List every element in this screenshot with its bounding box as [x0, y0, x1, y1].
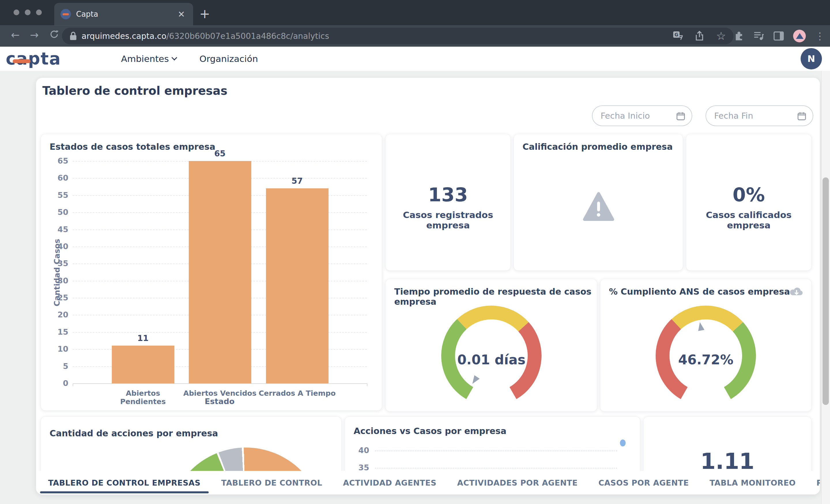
logo-link-bar	[13, 59, 31, 63]
browser-menu-icon[interactable]: ⋮	[815, 30, 825, 42]
chevron-down-icon	[171, 55, 177, 61]
tab-actividades-por-agente[interactable]: ACTIVIDADES POR AGENTE	[457, 471, 578, 495]
site-favicon	[61, 9, 71, 19]
response-time-gauge-card: Tiempo promedio de respuesta de casos em…	[385, 279, 597, 411]
forward-icon[interactable]: →	[30, 29, 39, 41]
side-panel-icon[interactable]	[773, 31, 784, 41]
ans-gauge-card: % Cumpliento ANS de casos empresa 46.72%	[600, 279, 811, 411]
browser-tab[interactable]: Capta ✕	[54, 3, 193, 25]
bar-cerrados-a-tiempo	[266, 188, 328, 383]
lock-icon	[69, 31, 77, 41]
date-end-input[interactable]	[706, 106, 813, 126]
tab-casos-por-agente[interactable]: CASOS POR AGENTE	[598, 471, 689, 495]
bar-chart-ylabel: Cantidad Casos	[53, 227, 61, 319]
kpi-ratio-value: 1.11	[643, 448, 811, 474]
window-minimize-button[interactable]	[25, 9, 31, 15]
scrollbar-thumb[interactable]	[823, 177, 829, 405]
nav-organizacion[interactable]: Organización	[199, 54, 258, 64]
scatter-point	[620, 439, 626, 446]
tab-tablero-de-control[interactable]: TABLERO DE CONTROL	[221, 471, 322, 495]
date-end-field[interactable]	[705, 105, 813, 126]
tab-close-icon[interactable]: ✕	[176, 9, 187, 19]
calendar-icon[interactable]	[797, 111, 806, 121]
actions-pie-title: Cantidad de acciones por empresa	[50, 428, 218, 438]
reload-icon[interactable]	[49, 29, 59, 42]
bar-abiertos-pendientes	[112, 346, 174, 383]
dashboard-panel: Tablero de control empresas Estados de c…	[36, 78, 820, 495]
download-cloud-icon[interactable]	[790, 286, 803, 298]
media-playlist-icon[interactable]	[753, 31, 764, 41]
tab-tablero-de-control-empresas[interactable]: TABLERO DE CONTROL EMPRESAS	[48, 471, 200, 495]
gauge-1-value: 0.01 días	[457, 352, 525, 368]
bottom-tab-bar: TABLERO DE CONTROL EMPRESASTABLERO DE CO…	[36, 471, 820, 495]
gauge-2: 46.72%	[642, 295, 769, 410]
scrollbar-track[interactable]	[821, 71, 830, 504]
page-title: Tablero de control empresas	[42, 84, 227, 97]
address-bar[interactable]: arquimedes.capta.co/6320b60b07e1a5001a48…	[62, 28, 733, 44]
app-header: capta Ambientes Organización N	[0, 47, 830, 71]
kpi-qualified-card: 0% Casos calificados empresa	[686, 134, 811, 271]
kpi-registered-value: 133	[386, 184, 510, 206]
svg-text:G: G	[674, 32, 678, 37]
tab-resumen-global[interactable]: RESUMEN GLOBAL	[817, 471, 820, 495]
gauge-2-value: 46.72%	[678, 352, 733, 368]
url-path: /6320b60b07e1a5001a486c8c/analytics	[166, 31, 329, 41]
extensions-puzzle-icon[interactable]	[734, 31, 744, 41]
tab-tabla-monitoreo[interactable]: TABLA MONITOREO	[709, 471, 796, 495]
user-avatar[interactable]: N	[801, 48, 822, 69]
new-tab-button[interactable]: +	[199, 6, 210, 21]
gauge-needle	[697, 322, 705, 331]
kpi-registered-card: 133 Casos registrados empresa	[385, 134, 511, 271]
tab-actividad-agentes[interactable]: ACTIVIDAD AGENTES	[343, 471, 436, 495]
window-zoom-button[interactable]	[36, 9, 42, 15]
bar-chart-card: Estados de casos totales empresa 0510152…	[41, 134, 382, 411]
gauge-1: 0.01 días	[428, 295, 555, 410]
browser-profile-avatar[interactable]	[793, 30, 806, 42]
date-start-field[interactable]	[592, 105, 692, 126]
back-icon[interactable]: ←	[11, 29, 20, 41]
share-icon[interactable]	[695, 31, 704, 41]
rating-card: Calificación promedio empresa	[514, 134, 683, 271]
bar-abiertos-vencidos	[189, 161, 251, 383]
gauge-needle	[470, 375, 479, 385]
bookmark-star-icon[interactable]: ☆	[716, 30, 726, 42]
bar-chart-xlabel: Estado	[182, 397, 257, 406]
kpi-qualified-label: Casos calificados empresa	[686, 210, 811, 230]
nav-ambientes[interactable]: Ambientes	[121, 54, 177, 64]
browser-tab-title: Capta	[76, 10, 176, 19]
url-domain: arquimedes.capta.co	[82, 31, 166, 41]
browser-tabstrip: Capta ✕ +	[0, 0, 830, 25]
calendar-icon[interactable]	[676, 111, 685, 121]
main-content: Tablero de control empresas Estados de c…	[0, 71, 830, 504]
bar-plot: 0510152025303540455055606511Abiertos Pen…	[41, 134, 382, 410]
kpi-registered-label: Casos registrados empresa	[386, 210, 510, 230]
capta-logo[interactable]: capta	[6, 49, 61, 69]
translate-icon[interactable]: G	[673, 31, 683, 41]
browser-toolbar: ← → arquimedes.capta.co/6320b60b07e1a500…	[0, 25, 830, 47]
warning-triangle-icon	[583, 192, 614, 222]
kpi-qualified-value: 0%	[686, 184, 811, 206]
window-close-button[interactable]	[13, 9, 19, 15]
rating-card-title: Calificación promedio empresa	[522, 142, 673, 152]
